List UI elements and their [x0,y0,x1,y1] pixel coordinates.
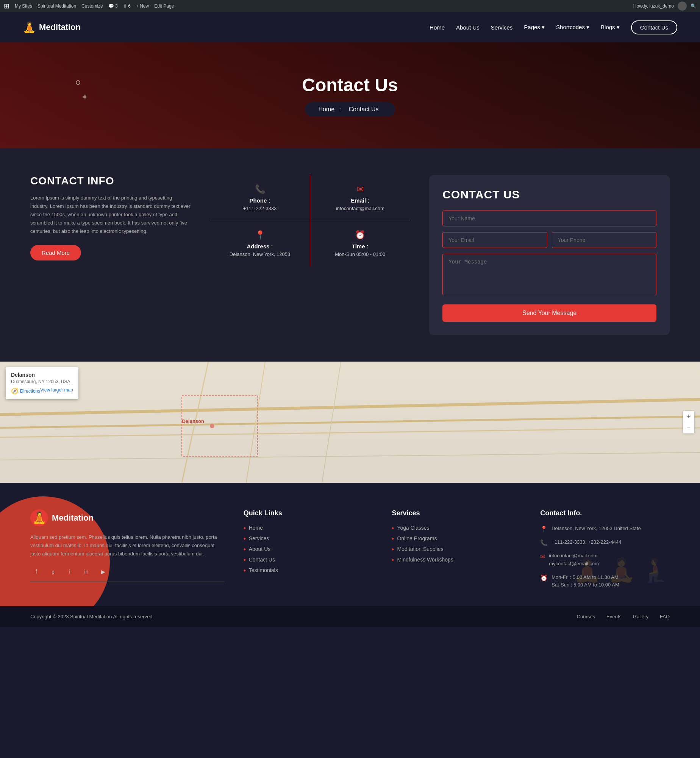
nav-shortcodes[interactable]: Shortcodes ▾ [556,24,589,31]
directions-icon: 🧭 [11,387,19,395]
copyright-text: Copyright © 2023 Spiritual Meditation Al… [30,614,152,619]
footer-hours-icon: ⏰ [540,574,548,590]
contact-info-footer-title: Contact Info. [540,509,670,517]
edit-page-link[interactable]: Edit Page [154,3,174,9]
nav-home[interactable]: Home [430,24,445,31]
service-online[interactable]: Online Programs [392,535,521,541]
contact-form-block: CONTACT US Send Your Message [429,175,670,335]
zoom-in-button[interactable]: + [683,411,694,422]
time-icon: ⏰ [321,230,399,240]
send-message-button[interactable]: Send Your Message [442,304,656,322]
instagram-icon[interactable]: i [64,566,76,578]
footer-phone-text: +111-222-3333, +232-222-4444 [552,538,621,546]
view-larger-map-link[interactable]: View larger map [40,387,73,395]
breadcrumb-current: Contact Us [348,106,378,112]
hero-banner: Contact Us Home : Contact Us [0,42,700,148]
footer-phone-icon: 📞 [540,539,548,546]
updates-count[interactable]: ⬆ 6 [123,3,131,9]
map-directions-link[interactable]: 🧭 Directions [11,387,40,395]
footer-phone-item: 📞 +111-222-3333, +232-222-4444 [540,538,670,546]
footer-gallery-link[interactable]: Gallery [633,614,648,619]
time-value: Mon-Sun 05:00 - 01:00 [321,251,399,257]
nav-contact-button[interactable]: Contact Us [631,20,677,34]
address-cell: 📍 Address : Delanson, New York, 12053 [210,221,310,267]
comments-count[interactable]: 💬 3 [108,3,118,9]
my-sites-link[interactable]: My Sites [15,3,32,9]
footer: 🧘 🧘 🧎 🧘 Meditation Aliquam sed pretium s… [0,483,700,606]
contact-info-desc: Lorem Ipsum is simply dummy text of the … [30,194,191,236]
facebook-icon[interactable]: f [30,566,42,578]
header: 🧘 Meditation Home About Us Services Page… [0,12,700,42]
quick-link-services[interactable]: Services [244,535,373,541]
zoom-out-button[interactable]: − [683,422,694,434]
footer-logo: 🧘 Meditation [30,509,225,526]
message-input[interactable] [442,254,656,295]
breadcrumb-home[interactable]: Home [318,106,334,112]
admin-bar: ⊞ My Sites Spiritual Meditation Customiz… [0,0,700,12]
footer-courses-link[interactable]: Courses [577,614,595,619]
phone-value: +111-222-3333 [221,206,299,211]
logo[interactable]: 🧘 Meditation [23,21,81,34]
name-input[interactable] [442,211,656,226]
search-icon[interactable]: 🔍 [691,3,696,9]
quick-link-contact[interactable]: Contact Us [244,557,373,563]
howdy-link[interactable]: Howdy, luzuk_demo [633,3,674,9]
info-grid: 📞 Phone : +111-222-3333 ✉ Email : infoco… [210,175,411,267]
svg-point-9 [210,424,214,428]
email-icon: ✉ [321,184,399,194]
map-delanson-label: Delanson [182,418,204,424]
service-supplies[interactable]: Meditation Supplies [392,546,521,552]
site-name-link[interactable]: Spiritual Meditation [38,3,76,9]
quick-links-title: Quick Links [244,509,373,517]
wp-icon[interactable]: ⊞ [4,2,9,10]
footer-address-item: 📍 Delanson, New York, 12053 United State [540,525,670,533]
address-label: Address : [221,243,299,250]
directions-text[interactable]: Directions [20,388,40,394]
youtube-icon[interactable]: ▶ [97,566,109,578]
footer-hours-item: ⏰ Mon-Fri : 5.00 AM to 11.30 AMSat-Sun :… [540,574,670,590]
logo-icon: 🧘 [23,21,36,34]
hero-deco-circle-1 [76,80,80,85]
linkedin-icon[interactable]: in [80,566,92,578]
nav-pages[interactable]: Pages ▾ [524,24,545,31]
services-title: Services [392,509,521,517]
logo-text: Meditation [39,22,81,32]
footer-email2: mycontact@email.com [549,560,599,568]
time-cell: ⏰ Time : Mon-Sun 05:00 - 01:00 [310,221,410,267]
footer-events-link[interactable]: Events [606,614,622,619]
breadcrumb: Home : Contact Us [305,102,395,117]
quick-link-testimonials[interactable]: Testimonials [244,567,373,573]
address-value: Delanson, New York, 12053 [221,251,299,257]
customize-link[interactable]: Customize [81,3,103,9]
map-popup-title: Delanson [11,372,73,378]
footer-logo-icon: 🧘 [30,509,48,526]
pinterest-icon[interactable]: p [47,566,59,578]
service-yoga[interactable]: Yoga Classes [392,525,521,531]
nav-services[interactable]: Services [491,24,513,31]
nav-blogs[interactable]: Blogs ▾ [601,24,620,31]
read-more-button[interactable]: Read More [30,245,81,260]
user-avatar [678,2,687,11]
quick-link-about[interactable]: About Us [244,546,373,552]
footer-faq-link[interactable]: FAQ [660,614,670,619]
map-zoom-controls: + − [683,411,694,434]
quick-link-home[interactable]: Home [244,525,373,531]
footer-social: f p i in ▶ [30,566,225,578]
phone-label: Phone : [221,197,299,204]
footer-contact-info: Contact Info. 📍 Delanson, New York, 1205… [540,509,670,595]
footer-email-item: ✉ infocontact@mail.com mycontact@email.c… [540,552,670,568]
email-value: infocontact@mail.com [321,206,399,211]
footer-grid: 🧘 Meditation Aliquam sed pretium sem. Ph… [30,509,670,595]
map-section: Delanson Duanesburg, NY 12053, USA 🧭 Dir… [0,362,700,483]
service-mindfulness[interactable]: Mindfulness Workshops [392,557,521,563]
phone-input[interactable] [552,232,656,248]
phone-cell: 📞 Phone : +111-222-3333 [210,175,310,221]
new-link[interactable]: + New [136,3,149,9]
contact-info-block: CONTACT INFO Lorem Ipsum is simply dummy… [30,175,191,260]
address-icon: 📍 [221,230,299,240]
services-list: Yoga Classes Online Programs Meditation … [392,525,521,563]
email-label: Email : [321,197,399,204]
email-input[interactable] [442,232,547,248]
hero-deco-circle-2 [83,95,86,98]
nav-about[interactable]: About Us [456,24,480,31]
